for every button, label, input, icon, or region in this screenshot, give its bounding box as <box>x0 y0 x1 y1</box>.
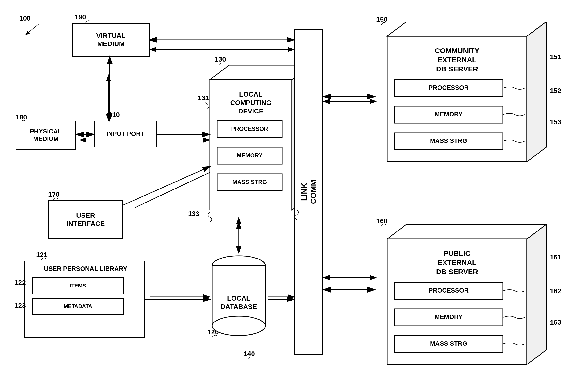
ref-100-arrow <box>24 23 43 38</box>
ref-122: 122 <box>14 279 26 286</box>
ref-110: 110 <box>108 111 120 119</box>
svg-text:COMPUTING: COMPUTING <box>230 99 271 106</box>
user-interface-box: USER INTERFACE <box>48 200 123 239</box>
ref-100: 100 <box>19 14 31 22</box>
physical-medium-box: PHYSICAL MEDIUM <box>16 121 76 150</box>
svg-marker-47 <box>387 224 546 239</box>
user-personal-library-box: USER PERSONAL LIBRARY ITEMS METADATA <box>24 261 145 338</box>
svg-text:PUBLIC: PUBLIC <box>444 249 471 257</box>
svg-line-64 <box>123 166 210 205</box>
svg-text:PROCESSOR: PROCESSOR <box>429 287 469 294</box>
input-port-box: INPUT PORT <box>94 121 157 147</box>
svg-point-19 <box>212 316 265 336</box>
svg-text:DATABASE: DATABASE <box>221 303 257 310</box>
local-database-cylinder: LOCAL DATABASE <box>210 254 268 338</box>
svg-text:MEMORY: MEMORY <box>435 313 463 320</box>
svg-text:MEMORY: MEMORY <box>237 152 263 158</box>
svg-marker-23 <box>210 65 306 80</box>
svg-text:LOCAL: LOCAL <box>227 294 250 302</box>
svg-text:LOCAL: LOCAL <box>239 90 263 98</box>
svg-text:MASS STRG: MASS STRG <box>430 340 467 347</box>
svg-text:MASS STRG: MASS STRG <box>233 178 267 185</box>
svg-text:MASS STRG: MASS STRG <box>430 137 467 144</box>
virtual-medium-box: VIRTUAL MEDIUM <box>72 23 150 57</box>
ref-123: 123 <box>14 302 26 310</box>
metadata-box: METADATA <box>32 298 124 315</box>
svg-text:DEVICE: DEVICE <box>238 108 263 115</box>
svg-marker-48 <box>527 224 546 364</box>
svg-marker-35 <box>387 22 546 36</box>
local-computing-device-3d: LOCAL COMPUTING DEVICE PROCESSOR MEMORY … <box>198 65 306 222</box>
svg-text:MEMORY: MEMORY <box>435 110 463 118</box>
svg-text:DB SERVER: DB SERVER <box>436 65 478 73</box>
svg-text:EXTERNAL: EXTERNAL <box>437 56 477 64</box>
svg-text:PROCESSOR: PROCESSOR <box>231 126 268 132</box>
svg-line-16 <box>25 24 38 35</box>
svg-text:PROCESSOR: PROCESSOR <box>429 84 469 91</box>
svg-marker-36 <box>527 22 546 162</box>
diagram-container: 100 190 VIRTUAL MEDIUM 110 INPUT PORT 18… <box>0 0 588 392</box>
comm-link-box: COMM LINK <box>294 29 323 355</box>
svg-text:DB SERVER: DB SERVER <box>436 268 478 276</box>
community-db-server-3d: COMMUNITY EXTERNAL DB SERVER PROCESSOR M… <box>375 22 556 172</box>
curl-140 <box>247 356 255 360</box>
svg-text:EXTERNAL: EXTERNAL <box>437 258 477 266</box>
user-personal-library-label: USER PERSONAL LIBRARY <box>27 265 144 272</box>
svg-text:COMMUNITY: COMMUNITY <box>435 46 480 54</box>
items-box: ITEMS <box>32 277 124 294</box>
public-db-server-3d: PUBLIC EXTERNAL DB SERVER PROCESSOR MEMO… <box>375 224 556 374</box>
